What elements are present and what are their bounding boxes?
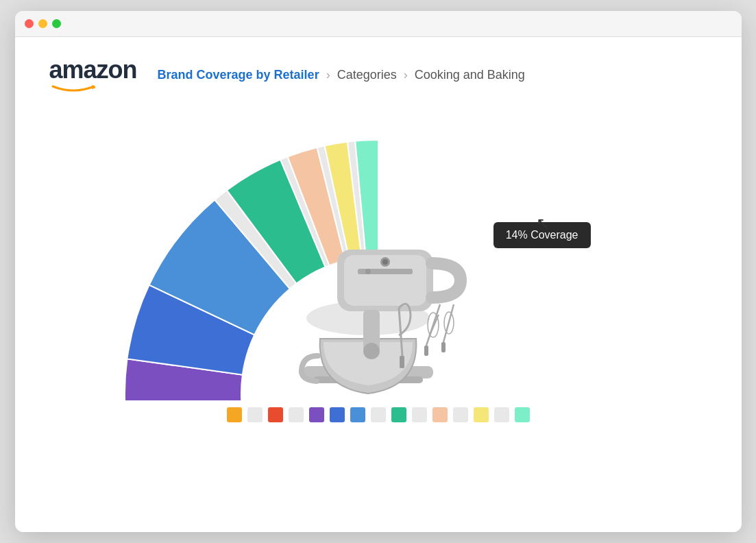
legend-color-9 <box>412 407 427 422</box>
legend-item-14[interactable] <box>515 407 530 422</box>
breadcrumb-sep-2: › <box>404 68 408 82</box>
chart-area: 14% Coverage ↖ <box>49 106 707 518</box>
legend-item-1[interactable] <box>247 407 263 422</box>
main-content: amazon Brand Coverage by Retailer › Cate… <box>15 37 742 532</box>
legend-item-11[interactable] <box>453 407 468 422</box>
legend-item-7[interactable] <box>371 407 386 422</box>
breadcrumb-item-0[interactable]: Brand Coverage by Retailer <box>158 68 319 82</box>
maximize-button[interactable] <box>52 19 61 28</box>
svg-rect-15 <box>424 346 428 356</box>
svg-line-12 <box>426 304 440 346</box>
legend-color-12 <box>474 407 489 422</box>
legend-color-5 <box>330 407 345 422</box>
amazon-smile-icon <box>49 84 97 92</box>
legend-item-0[interactable] <box>227 407 242 422</box>
breadcrumb-sep-1: › <box>326 68 330 82</box>
svg-line-16 <box>443 304 454 342</box>
breadcrumb: Brand Coverage by Retailer › Categories … <box>158 68 525 82</box>
legend-item-6[interactable] <box>350 407 365 422</box>
amazon-logo: amazon <box>49 58 137 92</box>
svg-point-9 <box>382 259 388 265</box>
legend-item-12[interactable] <box>474 407 489 422</box>
legend-item-3[interactable] <box>289 407 304 422</box>
product-image <box>248 140 509 400</box>
svg-point-11 <box>363 343 380 359</box>
semichart-wrapper: 14% Coverage ↖ <box>111 112 646 400</box>
svg-rect-20 <box>400 356 404 368</box>
logo-text: amazon <box>49 58 137 82</box>
svg-rect-18 <box>441 342 446 352</box>
breadcrumb-item-1[interactable]: Categories <box>337 68 397 82</box>
legend-item-9[interactable] <box>412 407 427 422</box>
legend-color-10 <box>432 407 448 422</box>
cursor-icon: ↖ <box>536 214 550 233</box>
titlebar <box>15 11 742 37</box>
svg-point-7 <box>365 269 371 274</box>
legend-item-13[interactable] <box>494 407 509 422</box>
breadcrumb-item-2[interactable]: Cooking and Baking <box>415 68 525 82</box>
mixer-svg <box>262 160 495 400</box>
legend <box>227 407 530 422</box>
legend-color-8 <box>391 407 406 422</box>
legend-item-8[interactable] <box>391 407 406 422</box>
legend-color-2 <box>268 407 283 422</box>
legend-color-3 <box>289 407 304 422</box>
legend-item-2[interactable] <box>268 407 283 422</box>
legend-color-6 <box>350 407 365 422</box>
close-button[interactable] <box>25 19 34 28</box>
traffic-lights <box>25 19 61 28</box>
minimize-button[interactable] <box>38 19 47 28</box>
legend-color-13 <box>494 407 509 422</box>
legend-item-10[interactable] <box>432 407 448 422</box>
legend-item-5[interactable] <box>330 407 345 422</box>
legend-color-0 <box>227 407 242 422</box>
legend-color-7 <box>371 407 386 422</box>
legend-color-11 <box>453 407 468 422</box>
legend-color-1 <box>247 407 263 422</box>
app-window: amazon Brand Coverage by Retailer › Cate… <box>15 11 742 532</box>
legend-color-14 <box>515 407 530 422</box>
header: amazon Brand Coverage by Retailer › Cate… <box>49 58 707 92</box>
legend-color-4 <box>309 407 324 422</box>
legend-item-4[interactable] <box>309 407 324 422</box>
